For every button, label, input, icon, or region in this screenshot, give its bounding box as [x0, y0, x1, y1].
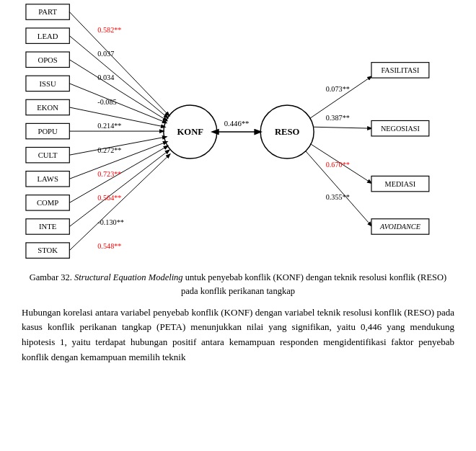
svg-text:CULT: CULT: [38, 151, 58, 159]
svg-line-39: [309, 76, 371, 118]
svg-line-36: [69, 154, 169, 250]
body-paragraph: Hubungan korelasi antara variabel penyeb…: [0, 298, 476, 365]
svg-text:LEAD: LEAD: [38, 32, 58, 40]
svg-text:KONF: KONF: [177, 127, 204, 137]
svg-text:-0.130**: -0.130**: [97, 218, 124, 226]
svg-text:AVOIDANCE: AVOIDANCE: [379, 223, 421, 231]
svg-line-28: [69, 60, 167, 121]
svg-text:POPU: POPU: [38, 127, 58, 135]
svg-text:0.037: 0.037: [97, 50, 114, 58]
figure-italic: Structural Equation Modeling: [74, 272, 183, 282]
svg-text:INTE: INTE: [39, 222, 56, 231]
svg-text:PART: PART: [38, 7, 57, 16]
paragraph-text: Hubungan korelasi antara variabel penyeb…: [22, 305, 454, 365]
svg-line-27: [69, 36, 167, 118]
figure-caption: Gambar 32. Structural Equation Modeling …: [0, 267, 476, 298]
svg-text:OPOS: OPOS: [38, 55, 57, 64]
svg-text:ISSU: ISSU: [40, 79, 56, 88]
svg-text:STOK: STOK: [38, 246, 58, 255]
svg-text:0.214**: 0.214**: [97, 122, 121, 130]
svg-text:0.446**: 0.446**: [224, 119, 250, 128]
svg-text:0.670**: 0.670**: [326, 161, 350, 169]
svg-text:RESO: RESO: [275, 127, 300, 137]
svg-text:0.548**: 0.548**: [97, 242, 121, 250]
figure-rest: untuk penyebab konflik (KONF) dengan tek…: [181, 272, 446, 296]
svg-text:-0.085: -0.085: [97, 98, 116, 106]
sem-diagram: PART LEAD OPOS ISSU EKON POPU CULT LAWS …: [0, 0, 476, 267]
svg-line-40: [314, 127, 371, 128]
svg-text:0.582**: 0.582**: [97, 26, 121, 34]
svg-text:EKON: EKON: [37, 103, 58, 112]
svg-line-35: [69, 150, 169, 226]
svg-text:NEGOSIASI: NEGOSIASI: [381, 125, 420, 133]
svg-text:MEDIASI: MEDIASI: [385, 180, 416, 188]
svg-text:0.723**: 0.723**: [97, 170, 121, 178]
svg-text:FASILITASI: FASILITASI: [381, 66, 420, 74]
svg-text:0.564**: 0.564**: [97, 194, 121, 202]
svg-line-29: [69, 84, 166, 123]
svg-text:0.387**: 0.387**: [326, 114, 350, 122]
svg-text:0.272**: 0.272**: [97, 146, 121, 154]
figure-number: Gambar 32.: [30, 272, 72, 282]
svg-text:COMP: COMP: [37, 198, 58, 207]
svg-text:0.355**: 0.355**: [326, 194, 350, 202]
svg-text:0.073**: 0.073**: [326, 85, 350, 93]
svg-text:0.034: 0.034: [97, 73, 114, 81]
svg-text:LAWS: LAWS: [37, 174, 58, 183]
